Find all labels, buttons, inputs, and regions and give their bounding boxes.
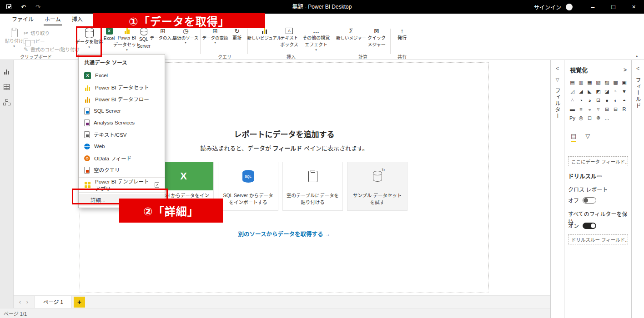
visual-icon[interactable]: ▦ — [585, 78, 594, 87]
drillthrough-tab-icon[interactable]: ▽ — [585, 133, 590, 142]
visual-icon[interactable]: ◓ — [620, 96, 629, 105]
visual-icon[interactable]: ◢ — [577, 87, 585, 96]
new-measure-label: 新しいメジャー — [336, 35, 366, 40]
import-sql-card[interactable]: SQL SQL Server からデータをインポートする — [218, 162, 278, 211]
menu-item-sql-server[interactable]: SQL Server — [79, 105, 165, 117]
publish-icon: ↑ — [401, 28, 404, 34]
visual-icon[interactable]: ◐ — [611, 96, 620, 105]
quick-measure-button[interactable]: ⊠ クイック メジャー — [366, 28, 387, 48]
visual-icon[interactable]: ▨ — [603, 78, 611, 87]
analysis-services-icon — [84, 119, 90, 126]
menu-item-text-csv[interactable]: テキスト/CSV — [79, 129, 165, 140]
visual-icon[interactable]: ≡ — [577, 105, 585, 114]
publish-button[interactable]: ↑ 発行 — [393, 28, 411, 41]
next-page-icon[interactable]: › — [24, 298, 31, 305]
menu-item-label: テキスト/CSV — [94, 131, 127, 138]
refresh-button[interactable]: ↻ 更新 — [229, 28, 245, 41]
visual-icon[interactable]: R — [620, 105, 629, 114]
menu-item-powerbi-dataflows[interactable]: Power BI データフロー — [79, 93, 165, 105]
report-view-button[interactable] — [0, 65, 13, 80]
new-visual-button[interactable]: 新しいビジュアル — [251, 28, 277, 40]
clock-icon: ◷ — [183, 28, 188, 34]
get-data-other-sources-link[interactable]: 別のソースからデータを取得する → — [193, 229, 375, 238]
values-field-well[interactable]: ここにデータ フィールド... — [568, 156, 628, 166]
add-page-button[interactable]: + — [74, 297, 85, 308]
visual-icon[interactable]: ▬ — [568, 105, 577, 114]
more-visuals-button[interactable]: … その他の視覚 エフェクト ▾ — [301, 28, 331, 51]
sign-in-button[interactable]: サインイン — [534, 3, 561, 11]
visual-icon[interactable]: ⊗ — [594, 114, 603, 123]
title-bar: ↶ ↷ 無題 - Power BI Desktop サインイン – □ × — [0, 0, 644, 14]
paste-data-card[interactable]: 空のテーブルにデータを貼り付ける — [282, 162, 343, 211]
cross-report-toggle[interactable] — [583, 197, 596, 204]
tab-home[interactable]: ホーム — [39, 14, 66, 26]
visual-icon[interactable]: ⊟ — [611, 105, 620, 114]
recent-sources-button[interactable]: ◷ 最近のソース ▾ — [174, 28, 197, 44]
menu-item-excel[interactable]: Excel — [79, 70, 165, 81]
model-view-button[interactable] — [0, 94, 13, 109]
values-tab-icon[interactable]: ▤ — [571, 133, 576, 142]
more-visuals-label-2: エフェクト — [305, 42, 327, 48]
visual-icon[interactable]: ◩ — [594, 87, 603, 96]
account-avatar[interactable] — [566, 4, 573, 10]
visual-icon[interactable]: ▤ — [568, 78, 577, 87]
enter-data-button[interactable]: ⊞ データの入力 — [153, 28, 173, 40]
cut-button[interactable]: ✂ 切り取り — [24, 30, 50, 36]
page-tab[interactable]: ページ 1 — [35, 296, 72, 308]
expand-filters-icon[interactable]: < — [556, 65, 559, 72]
new-measure-button[interactable]: Σ 新しいメジャー — [338, 28, 364, 40]
menu-item-odata[interactable]: OData フィード — [79, 152, 165, 164]
text-box-button[interactable]: テキスト ボックス — [279, 28, 299, 48]
visual-icon[interactable]: Py — [568, 114, 577, 123]
visual-icon[interactable]: ● — [603, 96, 611, 105]
visual-icon[interactable]: … — [603, 114, 611, 123]
visual-icon[interactable]: ⊡ — [594, 96, 603, 105]
tab-file[interactable]: ファイル — [6, 14, 39, 26]
format-painter-button[interactable]: ✎ 書式のコピー/貼り付け — [24, 46, 80, 53]
visual-icon[interactable]: ▿ — [594, 105, 603, 114]
visual-icon[interactable]: ◎ — [577, 114, 585, 123]
paste-button[interactable]: 貼り付け ▾ — [4, 28, 25, 48]
visual-icon[interactable]: ◣ — [585, 87, 594, 96]
visual-icon[interactable]: ◻ — [585, 114, 594, 123]
filters-pane-collapsed[interactable]: < ▽ フィルター — [550, 60, 564, 318]
visual-icon[interactable]: ∴ — [568, 96, 577, 105]
prev-page-icon[interactable]: ‹ — [16, 298, 24, 305]
field-well-tabs: ▤ ▽ — [571, 133, 590, 142]
fields-pane-collapsed[interactable]: < フィールド — [631, 60, 644, 318]
visual-icon[interactable]: ▧ — [594, 78, 603, 87]
visual-icon[interactable]: ◔ — [577, 96, 585, 105]
collapse-visualizations-icon[interactable]: > — [624, 67, 627, 73]
menu-item-blank-query[interactable]: 空のクエリ — [79, 164, 165, 176]
visual-icon[interactable]: ≈ — [611, 87, 620, 96]
menu-item-powerbi-datasets[interactable]: Power BI データセット — [79, 81, 165, 93]
expand-fields-icon[interactable]: < — [636, 65, 639, 72]
visual-icon[interactable]: ◒ — [585, 105, 594, 114]
sample-dataset-card[interactable]: サンプル データセットを試す — [347, 162, 408, 211]
close-button[interactable]: × — [624, 0, 644, 14]
visual-icon[interactable]: ◕ — [585, 96, 594, 105]
maximize-button[interactable]: □ — [603, 0, 624, 14]
data-view-button[interactable] — [0, 80, 13, 94]
filters-pane-label: フィルター — [553, 88, 561, 119]
template-app-icon — [84, 182, 91, 189]
copy-button[interactable]: コピー — [24, 38, 45, 45]
visual-icon[interactable]: ⊞ — [603, 105, 611, 114]
keep-all-filters-toggle[interactable] — [583, 223, 596, 229]
visual-icon[interactable]: ◪ — [603, 87, 611, 96]
transform-data-button[interactable]: ⊞ データの変換 ▾ — [203, 28, 227, 44]
visual-icon[interactable]: ▥ — [577, 78, 585, 87]
page-tab-bar: ‹ › ページ 1 + — [14, 295, 550, 308]
minimize-button[interactable]: – — [583, 0, 603, 14]
menu-item-web[interactable]: Web — [79, 140, 165, 152]
collapse-ribbon-icon[interactable]: ▴ — [636, 54, 638, 58]
visual-icon[interactable]: ◿ — [568, 87, 577, 96]
status-bar: ページ 1/1 — [0, 308, 550, 318]
menu-item-analysis-services[interactable]: Analysis Services — [79, 117, 165, 129]
visual-icon[interactable]: ▩ — [611, 78, 620, 87]
visual-icon[interactable]: ▼ — [620, 87, 629, 96]
tab-insert[interactable]: 挿入 — [66, 14, 88, 26]
card-caption: サンプル データセットを試す — [347, 190, 407, 210]
drillthrough-field-well[interactable]: ドリルスルー フィールド... — [568, 234, 628, 244]
visual-icon[interactable]: ▣ — [620, 78, 629, 87]
